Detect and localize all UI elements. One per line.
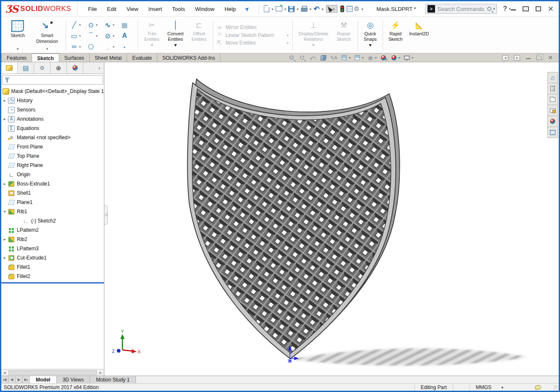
expander-icon[interactable]: ▸ — [1, 98, 8, 103]
rectangle-tool[interactable]: ▾ — [68, 32, 85, 40]
circle-tool[interactable]: ▾ — [85, 21, 102, 29]
quick-snaps-dropdown[interactable]: ▾ — [369, 42, 372, 48]
doc-close-button[interactable]: ✕ — [548, 54, 553, 61]
search-magnifier-icon[interactable] — [487, 7, 491, 11]
quick-snaps-button[interactable]: Quick Snaps ▾ — [360, 18, 380, 52]
tab-dimxpertmanager[interactable] — [50, 62, 67, 74]
tab-scroll-right-icon[interactable]: ▶ — [16, 376, 23, 383]
tree-item-right-plane[interactable]: Right Plane — [1, 161, 104, 170]
convert-entities-button[interactable]: Convert Entities ▾ — [164, 18, 187, 52]
search-dropdown[interactable]: ▾ — [493, 7, 495, 11]
tree-item-material[interactable]: Material <not specified> — [1, 133, 104, 142]
apply-scene-button[interactable]: ▾ — [390, 54, 400, 61]
tree-item-cut-extrude1[interactable]: ▸Cut-Extrude1 — [1, 253, 104, 262]
unit-system-selector[interactable]: MMGS▲ — [470, 384, 510, 391]
menu-insert[interactable]: Insert — [144, 4, 167, 14]
print-dropdown[interactable] — [308, 6, 313, 12]
rapid-sketch-button[interactable]: Rapid Sketch — [385, 18, 406, 52]
new-document-button[interactable] — [263, 5, 270, 13]
appearances-scenes-button[interactable] — [547, 116, 558, 127]
tab-configurationmanager[interactable] — [34, 62, 50, 74]
tree-item-fillet2[interactable]: Fillet2 — [1, 272, 104, 281]
polygon-tool[interactable] — [85, 43, 102, 51]
annotation-views-button[interactable] — [330, 54, 337, 61]
print-button[interactable] — [300, 5, 308, 13]
tab-solidworks-add-ins[interactable]: SOLIDWORKS Add-Ins — [157, 53, 220, 62]
tab-evaluate[interactable]: Evaluate — [127, 53, 157, 62]
view-settings-button[interactable]: ▾ — [403, 54, 413, 61]
undo-dropdown[interactable] — [321, 6, 325, 12]
menu-view[interactable]: View — [122, 4, 143, 14]
settings-dropdown[interactable] — [360, 6, 365, 12]
file-explorer-button[interactable] — [547, 94, 558, 105]
tree-item-lpattern2[interactable]: LPattern2 — [1, 225, 104, 235]
tree-item-top-plane[interactable]: Top Plane — [1, 151, 104, 161]
tree-item-rib1[interactable]: ▾Rib1 — [1, 207, 104, 216]
tree-item-shell1[interactable]: Shell1 — [1, 188, 104, 198]
tree-item-rib2[interactable]: ▸Rib2 — [1, 235, 104, 244]
tab-displaymanager[interactable] — [67, 62, 83, 74]
tree-item-fillet1[interactable]: Fillet1 — [1, 262, 104, 272]
task-pane-home-button[interactable] — [547, 72, 558, 83]
smart-dimension-button[interactable]: Smart Dimension ▾ — [31, 18, 64, 52]
tree-item-origin[interactable]: Origin — [1, 170, 104, 179]
doc-restore-button[interactable] — [536, 56, 542, 60]
expander-icon[interactable]: ▸ — [1, 237, 8, 241]
new-dropdown[interactable] — [270, 6, 275, 12]
zoom-to-fit-button[interactable] — [288, 54, 295, 61]
zoom-to-area-button[interactable] — [298, 54, 306, 61]
display-style-dropdown[interactable]: ▾ — [362, 56, 364, 60]
expander-icon[interactable]: ▸ — [1, 182, 8, 186]
tree-item-sketch2[interactable]: (-) Sketch2 — [1, 216, 104, 225]
open-button[interactable] — [275, 5, 283, 12]
tree-filter-input[interactable] — [2, 75, 103, 85]
edit-appearance-button[interactable] — [380, 54, 387, 61]
custom-properties-button[interactable] — [547, 127, 558, 138]
tab-motion-study-1[interactable]: Motion Study 1 — [90, 376, 136, 383]
tab-model[interactable]: Model — [30, 376, 57, 383]
save-button[interactable] — [288, 5, 295, 13]
section-view-button[interactable] — [319, 54, 327, 61]
tab-featuremanager-tree[interactable] — [1, 62, 18, 74]
tab-sheet-metal[interactable]: Sheet Metal — [90, 53, 127, 62]
tab-features[interactable]: Features — [1, 53, 32, 62]
tree-item-plane1[interactable]: Plane1 — [1, 198, 104, 207]
tree-item-history[interactable]: ▸◷History — [1, 96, 104, 105]
text-tool[interactable] — [119, 32, 135, 40]
menu-edit[interactable]: Edit — [102, 4, 121, 14]
shield-mask-model[interactable]: Y X Z — [104, 62, 559, 376]
arc-tool[interactable]: ▾ — [85, 32, 102, 40]
view-orientation-dropdown[interactable]: ▾ — [349, 56, 350, 60]
spline-tool[interactable]: ▾ — [102, 21, 119, 29]
panel-horizontal-scrollbar[interactable]: ◂ ▸ — [1, 369, 104, 376]
scroll-left-icon[interactable]: ◂ — [1, 371, 8, 375]
select-button[interactable] — [326, 5, 337, 13]
expander-icon[interactable]: ▾ — [1, 209, 8, 214]
menu-window[interactable]: Window — [190, 4, 219, 14]
help-button[interactable]: ? — [503, 5, 507, 13]
save-dropdown[interactable] — [295, 6, 300, 12]
ellipse-tool[interactable]: ▾ — [102, 32, 119, 40]
resize-grip[interactable] — [554, 385, 558, 389]
scroll-right-icon[interactable]: ▸ — [97, 371, 104, 375]
display-style-button[interactable]: ▾ — [353, 54, 364, 61]
sketch-fillet-tool[interactable]: ▾ — [102, 43, 119, 51]
expander-icon[interactable]: ▸ — [1, 117, 8, 121]
restore-panes-button[interactable]: ↔ — [523, 6, 529, 11]
sketch-picture-tool[interactable] — [119, 21, 135, 29]
settings-button[interactable] — [353, 4, 360, 13]
convert-entities-dropdown[interactable]: ▾ — [174, 42, 177, 48]
maximize-button[interactable] — [536, 6, 541, 11]
apply-scene-dropdown[interactable]: ▾ — [398, 56, 400, 60]
menu-help[interactable]: Help — [220, 4, 241, 14]
design-library-button[interactable] — [547, 83, 558, 94]
search-input[interactable]: Search Commands — [438, 6, 487, 12]
tree-item-sensors[interactable]: ◔Sensors — [1, 105, 104, 114]
close-button[interactable]: ✕ — [548, 5, 554, 13]
tab-scroll-first-icon[interactable]: |◀ — [1, 376, 8, 383]
tab-propertymanager[interactable] — [18, 62, 34, 74]
tab-scroll-last-icon[interactable]: ▶| — [23, 376, 30, 383]
collapse-left-pane-button[interactable]: ◂ — [502, 55, 508, 61]
tree-item-annotations[interactable]: ▸AAnnotations — [1, 114, 104, 124]
slot-tool[interactable]: ▾ — [68, 43, 85, 50]
